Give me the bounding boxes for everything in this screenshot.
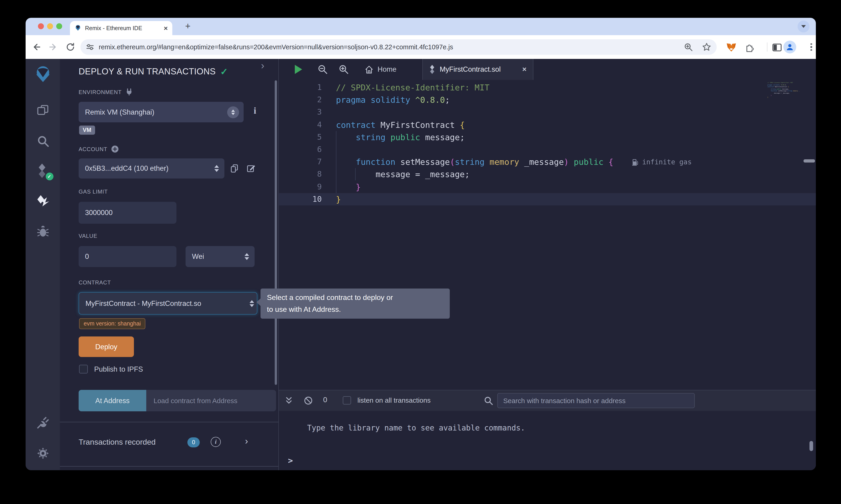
solidity-file-icon <box>429 65 435 74</box>
tab-search-button[interactable] <box>797 20 809 32</box>
select-arrows-icon <box>214 165 219 172</box>
screenshot-stage: Remix - Ethereum IDE × + remix.ethereum.… <box>0 0 841 504</box>
copy-account-icon[interactable] <box>230 164 239 173</box>
file-explorer-icon[interactable] <box>25 104 60 118</box>
terminal[interactable]: Type the library name to see available c… <box>279 411 816 470</box>
section-divider <box>60 466 278 467</box>
indent-guide <box>336 131 337 193</box>
browser-tab[interactable]: Remix - Ethereum IDE × <box>70 21 172 35</box>
value-label: VALUE <box>79 233 97 239</box>
value-input[interactable]: 0 <box>79 246 176 267</box>
plug-icon <box>125 88 133 96</box>
new-tab-button[interactable]: + <box>182 20 194 32</box>
url-bar[interactable]: remix.ethereum.org/#lang=en&optimize=fal… <box>81 39 717 55</box>
gas-limit-input[interactable]: 3000000 <box>79 202 176 224</box>
panel-title: DEPLOY & RUN TRANSACTIONS <box>79 67 216 77</box>
solidity-compiler-icon[interactable]: ✓ <box>25 163 60 179</box>
value-unit-select[interactable]: Wei <box>186 246 255 267</box>
debugger-icon[interactable] <box>25 224 60 238</box>
terminal-toolbar: 0 listen on all transactions <box>279 390 816 411</box>
vm-badge: VM <box>79 126 95 135</box>
listen-transactions-label: listen on all transactions <box>357 396 431 404</box>
tab-home[interactable]: Home <box>360 59 401 80</box>
deploy-run-icon[interactable] <box>25 194 60 209</box>
window-zoom-button[interactable] <box>56 23 62 29</box>
back-button[interactable] <box>31 42 41 52</box>
browser-window: Remix - Ethereum IDE × + remix.ethereum.… <box>25 18 816 470</box>
icon-rail: ✓ <box>25 59 60 470</box>
transaction-count: 0 <box>323 396 327 404</box>
terminal-scrollbar[interactable] <box>809 441 813 451</box>
infinite-gas-annotation: infinite gas <box>632 156 692 168</box>
editor-scrollbar[interactable] <box>804 159 815 163</box>
evm-version-badge: evm version: shanghai <box>79 318 145 329</box>
reload-button[interactable] <box>65 42 75 52</box>
collapse-terminal-icon[interactable] <box>285 396 296 407</box>
side-panel-icon[interactable] <box>772 42 782 52</box>
transactions-expand-chevron[interactable]: › <box>245 436 248 447</box>
run-script-play-icon[interactable] <box>293 64 304 75</box>
window-minimize-button[interactable] <box>47 23 53 29</box>
url-text[interactable]: remix.ethereum.org/#lang=en&optimize=fal… <box>99 43 684 51</box>
plugin-manager-icon[interactable] <box>25 416 60 430</box>
environment-select[interactable]: Remix VM (Shanghai) <box>79 102 244 122</box>
site-settings-icon[interactable] <box>86 43 94 51</box>
forward-button[interactable] <box>49 42 58 52</box>
environment-info-icon[interactable]: i <box>254 106 256 116</box>
transactions-recorded-label: Transactions recorded <box>79 438 156 447</box>
transactions-info-icon[interactable]: i <box>211 437 221 447</box>
search-icon[interactable] <box>25 134 60 148</box>
publish-ipfs-checkbox[interactable] <box>79 365 88 374</box>
check-icon: ✓ <box>220 66 228 77</box>
select-arrows-icon <box>250 300 254 307</box>
chevron-down-icon <box>801 25 806 28</box>
contract-label: CONTRACT <box>79 280 111 286</box>
add-account-icon[interactable] <box>111 145 119 153</box>
window-close-button[interactable] <box>38 23 44 29</box>
load-contract-input[interactable] <box>146 390 276 411</box>
remix-logo[interactable] <box>25 65 60 85</box>
zoom-in-icon[interactable] <box>338 64 349 75</box>
close-tab-icon[interactable]: × <box>522 65 527 73</box>
at-address-button[interactable]: At Address <box>79 390 146 411</box>
tab-title: Remix - Ethereum IDE <box>85 25 160 31</box>
clear-console-icon[interactable] <box>304 396 314 407</box>
panel-scrollbar[interactable] <box>275 80 277 385</box>
account-label: ACCOUNT <box>79 145 119 153</box>
terminal-search-input[interactable] <box>497 393 695 408</box>
minimap[interactable]: // SPDX-License-Identifier: MITpragma so… <box>768 82 800 98</box>
edit-account-icon[interactable] <box>246 164 256 173</box>
contract-select-tooltip: Select a compiled contract to deploy or … <box>260 289 450 319</box>
transactions-count-badge: 0 <box>187 437 200 447</box>
gas-pump-icon <box>632 158 638 165</box>
panel-expand-chevron[interactable]: › <box>261 60 264 72</box>
zoom-out-icon[interactable] <box>317 64 328 75</box>
metamask-extension-icon[interactable] <box>726 42 736 52</box>
account-select[interactable]: 0x5B3...eddC4 (100 ether) <box>79 158 224 179</box>
tab-close-icon[interactable]: × <box>164 25 168 32</box>
profile-avatar[interactable] <box>784 41 796 53</box>
terminal-message: Type the library name to see available c… <box>307 424 525 432</box>
toolbar-divider <box>767 42 768 52</box>
extensions-puzzle-icon[interactable] <box>744 42 754 52</box>
terminal-search-icon <box>484 396 495 407</box>
tab-myfirstcontract[interactable]: MyFirstContract.sol × <box>422 59 533 80</box>
contract-select[interactable]: MyFirstContract - MyFirstContract.so <box>79 292 257 314</box>
compiled-check-badge: ✓ <box>46 173 53 180</box>
indent-guide <box>355 168 356 180</box>
browser-tabstrip: Remix - Ethereum IDE × + <box>25 18 816 35</box>
bookmark-star-icon[interactable] <box>702 42 711 52</box>
deploy-run-panel: DEPLOY & RUN TRANSACTIONS ✓ › ENVIRONMEN… <box>60 59 278 470</box>
publish-ipfs-label: Publish to IPFS <box>94 365 143 374</box>
deploy-button[interactable]: Deploy <box>79 337 134 357</box>
select-spinner-icon <box>227 106 239 118</box>
code-editor[interactable]: 1// SPDX-License-Identifier: MIT2pragma … <box>279 80 816 390</box>
environment-label: ENVIRONMENT <box>79 88 133 96</box>
browser-menu-icon[interactable] <box>806 42 816 52</box>
remix-favicon-icon <box>74 25 81 32</box>
listen-transactions-checkbox[interactable] <box>343 396 351 404</box>
page-zoom-icon[interactable] <box>684 42 693 52</box>
settings-gear-icon[interactable] <box>25 447 60 460</box>
section-divider <box>60 422 278 422</box>
home-icon <box>365 65 374 74</box>
